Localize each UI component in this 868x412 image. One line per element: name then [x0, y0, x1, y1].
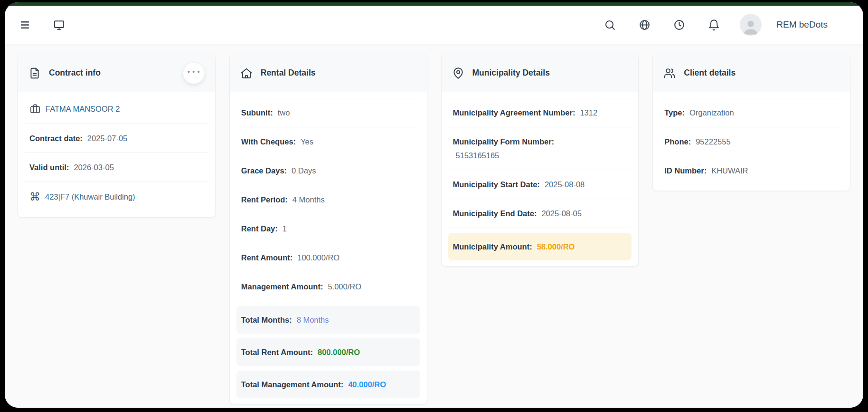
- row-label: Management Amount:: [241, 281, 323, 292]
- row-value: 100.000/RO: [297, 252, 340, 263]
- briefcase-icon: [29, 103, 41, 115]
- display-button[interactable]: [52, 18, 66, 31]
- municipality-amount-row: Municipality Amount: 58.000/RO: [448, 233, 632, 260]
- card-title: Municipality Details: [472, 68, 550, 78]
- person-icon: [741, 14, 760, 36]
- row-label: Municipality Form Number:: [453, 137, 555, 146]
- total-rent-amount-row: Total Rent Amount: 800.000/RO: [236, 338, 420, 366]
- row-value: Yes: [301, 136, 313, 147]
- app-window: REM beDots Contract info ••• FATMA MANSO…: [5, 2, 863, 408]
- search-button[interactable]: [603, 18, 616, 31]
- topbar-left-group: [18, 18, 66, 31]
- card-municipality-details: Municipality Details Municipality Agreem…: [441, 54, 639, 267]
- avatar[interactable]: [740, 14, 762, 36]
- row-value: 4 Months: [292, 194, 325, 205]
- bell-icon: [708, 19, 720, 31]
- phone-row: Phone: 95222555: [660, 127, 843, 156]
- row-value: 800.000/RO: [318, 347, 360, 357]
- globe-icon: [639, 19, 651, 31]
- row-value: 5.000/RO: [328, 281, 361, 292]
- user-name: REM beDots: [776, 19, 828, 30]
- users-icon: [663, 67, 676, 79]
- search-icon: [604, 19, 616, 31]
- row-label: Total Months:: [241, 315, 292, 325]
- clock-icon: [673, 19, 685, 31]
- command-icon: ⌘: [29, 191, 40, 202]
- rental-card-body: Subunit: two With Cheques: Yes Grace Day…: [230, 92, 427, 404]
- valid-until-row: Valid until: 2026-03-05: [25, 153, 208, 182]
- rent-period-row: Rent Period: 4 Months: [236, 185, 420, 214]
- management-amount-row: Management Amount: 5.000/RO: [236, 272, 420, 301]
- row-label: Rent Period:: [241, 194, 288, 205]
- row-label: ID Number:: [664, 165, 707, 176]
- building-link[interactable]: FATMA MANSOOR 2: [46, 104, 120, 114]
- home-icon: [240, 67, 253, 79]
- card-title: Contract info: [49, 68, 101, 78]
- content-area: Contract info ••• FATMA MANSOOR 2 Contra…: [5, 44, 863, 408]
- row-value: 2025-08-08: [545, 179, 585, 190]
- notifications-button[interactable]: [707, 18, 720, 31]
- subunit-row: Subunit: two: [236, 98, 420, 127]
- topbar-right-group: REM beDots: [603, 14, 828, 36]
- language-button[interactable]: [638, 18, 651, 31]
- rental-card-header: Rental Details: [230, 54, 427, 92]
- row-value: 95222555: [696, 136, 730, 147]
- row-value: Organization: [689, 107, 734, 118]
- card-contract-info: Contract info ••• FATMA MANSOOR 2 Contra…: [18, 54, 216, 218]
- grace-days-row: Grace Days: 0 Days: [236, 156, 420, 185]
- agreement-number-row: Municipality Agreement Number: 1312: [448, 98, 632, 127]
- row-value: KHUWAIR: [711, 165, 748, 176]
- contract-card-header: Contract info •••: [18, 54, 215, 92]
- start-date-row: Municipality Start Date: 2025-08-08: [448, 170, 632, 199]
- building-link-row: FATMA MANSOOR 2: [25, 94, 208, 124]
- row-label: Subunit:: [241, 107, 273, 118]
- row-label: Grace Days:: [241, 165, 287, 176]
- top-accent-bar: [5, 2, 863, 6]
- menu-button[interactable]: [18, 18, 31, 31]
- municipality-card-header: Municipality Details: [442, 54, 639, 92]
- row-label: Contract date:: [29, 133, 83, 144]
- row-value: 58.000/RO: [537, 241, 575, 252]
- hamburger-icon: [19, 19, 31, 31]
- row-value: 2025-08-05: [541, 208, 581, 219]
- municipality-card-body: Municipality Agreement Number: 1312 Muni…: [442, 92, 639, 266]
- row-label: Total Rent Amount:: [241, 347, 313, 357]
- card-client-details: Client details Type: Organization Phone:…: [652, 54, 850, 191]
- total-management-amount-row: Total Management Amount: 40.000/RO: [236, 371, 420, 398]
- map-pin-icon: [452, 67, 464, 79]
- row-label: Rent Amount:: [241, 252, 292, 263]
- client-card-body: Type: Organization Phone: 95222555 ID Nu…: [653, 92, 850, 191]
- type-row: Type: Organization: [660, 98, 843, 127]
- row-label: With Cheques:: [241, 136, 296, 147]
- row-value: 40.000/RO: [348, 379, 386, 390]
- client-card-header: Client details: [653, 54, 850, 92]
- contract-card-body: FATMA MANSOOR 2 Contract date: 2025-07-0…: [18, 92, 215, 217]
- end-date-row: Municipality End Date: 2025-08-05: [448, 199, 632, 228]
- row-value: 0 Days: [292, 165, 316, 176]
- row-label: Total Management Amount:: [241, 379, 343, 390]
- contract-date-row: Contract date: 2025-07-05: [25, 124, 208, 153]
- rent-amount-row: Rent Amount: 100.000/RO: [236, 243, 420, 272]
- rent-day-row: Rent Day: 1: [236, 214, 420, 243]
- card-title: Client details: [684, 68, 736, 78]
- card-rental-details: Rental Details Subunit: two With Cheques…: [229, 54, 427, 404]
- row-value: two: [278, 107, 290, 118]
- row-value: 2026-03-05: [74, 162, 113, 172]
- unit-link-row: ⌘ 423|F7 (Khuwair Building): [25, 182, 208, 211]
- row-label: Rent Day:: [241, 223, 278, 234]
- row-value: 1: [283, 223, 287, 234]
- history-button[interactable]: [672, 18, 686, 31]
- unit-link[interactable]: 423|F7 (Khuwair Building): [45, 192, 135, 202]
- row-value: 8 Months: [297, 315, 329, 325]
- id-number-row: ID Number: KHUWAIR: [660, 156, 843, 185]
- topbar: REM beDots: [5, 6, 863, 44]
- monitor-icon: [53, 19, 65, 31]
- card-title: Rental Details: [261, 68, 316, 78]
- form-number-row: Municipality Form Number: 5153165165: [448, 127, 632, 170]
- file-text-icon: [28, 67, 41, 79]
- row-label: Valid until:: [29, 162, 69, 172]
- more-options-button[interactable]: •••: [183, 62, 205, 84]
- row-label: Municipality Start Date:: [453, 179, 540, 190]
- row-label: Phone:: [664, 136, 691, 147]
- row-value: 5153165165: [453, 150, 627, 161]
